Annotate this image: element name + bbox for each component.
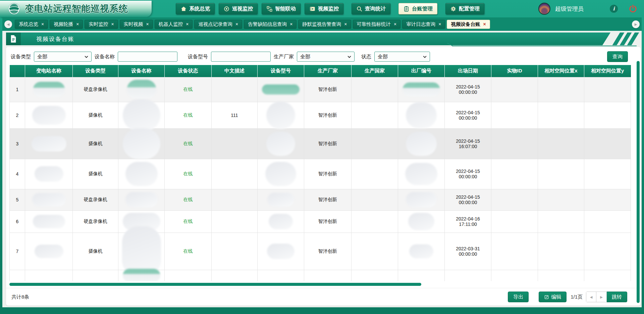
cell-rel-pos-x bbox=[538, 233, 584, 270]
cell-manufacturer: 智洋创新 bbox=[304, 159, 352, 189]
tab-close-icon[interactable]: × bbox=[41, 22, 44, 26]
cell-cn-desc bbox=[212, 270, 258, 281]
query-button-label: 查询 bbox=[612, 54, 623, 60]
chevron-down-icon bbox=[347, 56, 351, 58]
tab-close-icon[interactable]: × bbox=[146, 22, 149, 26]
cell-station-name bbox=[25, 210, 73, 233]
nav-video-monitor[interactable]: 视频监控 bbox=[305, 3, 343, 14]
top-header: 变电站远程智能巡视系统 系统总览巡视监控智能联动视频监控查询统计台账管理配置管理… bbox=[0, 0, 644, 17]
tabs-scroll-right-icon[interactable]: ▶ bbox=[632, 20, 640, 28]
nav-query-stats[interactable]: 查询统计 bbox=[352, 3, 390, 14]
vertical-scrollbar[interactable] bbox=[637, 61, 640, 303]
tab-close-icon[interactable]: × bbox=[483, 22, 486, 26]
device-table-viewport: 变电站名称设备类型设备名称设备状态中文描述设备型号生产厂家生产国家出厂编号出场日… bbox=[9, 65, 637, 281]
cell-rel-pos-y bbox=[584, 102, 631, 128]
redacted-blob bbox=[262, 84, 300, 95]
tab-close-icon[interactable]: × bbox=[111, 22, 114, 26]
device-type-label: 设备类型 bbox=[11, 54, 31, 60]
cell-physical-id bbox=[491, 159, 538, 189]
cell-physical-id bbox=[491, 233, 538, 270]
export-button[interactable]: 导出 bbox=[508, 292, 529, 302]
cell-serial-no bbox=[398, 102, 445, 128]
device-model-input[interactable] bbox=[211, 52, 271, 62]
cell-cn-desc bbox=[212, 159, 258, 189]
nav-config-mgmt[interactable]: 配置管理 bbox=[445, 3, 484, 14]
link-icon bbox=[266, 6, 273, 12]
tab-close-icon[interactable]: × bbox=[438, 22, 441, 26]
cell-manufacturer: 智洋创新 bbox=[304, 210, 352, 233]
nav-patrol-monitor[interactable]: 巡视监控 bbox=[219, 3, 258, 14]
next-page-icon[interactable]: ▶ bbox=[596, 292, 607, 302]
redacted-blob bbox=[35, 166, 63, 182]
page-indicator: 1/1页 bbox=[571, 294, 583, 300]
query-button[interactable]: 查询 bbox=[607, 51, 628, 62]
edit-button[interactable]: 编辑 bbox=[539, 292, 567, 302]
tab-close-icon[interactable]: × bbox=[235, 22, 238, 26]
nav-system-overview[interactable]: 系统总览 bbox=[176, 3, 215, 14]
horizontal-scrollbar[interactable] bbox=[9, 283, 421, 286]
edit-label: 编辑 bbox=[551, 294, 561, 300]
tab-video-carousel[interactable]: 视频轮播× bbox=[50, 20, 83, 29]
tab-close-icon[interactable]: × bbox=[186, 22, 189, 26]
jump-button[interactable]: 跳转 bbox=[607, 292, 627, 302]
tab-close-icon[interactable]: × bbox=[76, 22, 79, 26]
chevron-down-icon bbox=[423, 56, 427, 58]
redacted-blob bbox=[269, 214, 293, 229]
prev-page-icon[interactable]: ◀ bbox=[586, 292, 596, 302]
tab-label: 静默监视告警查询 bbox=[302, 21, 341, 27]
cell-physical-id bbox=[491, 102, 538, 128]
tab-close-icon[interactable]: × bbox=[290, 22, 292, 26]
cell-device-name bbox=[118, 270, 165, 281]
table-row[interactable]: 1硬盘录像机在线智洋创新2022-04-15 00:00:00 bbox=[10, 77, 631, 102]
tab-alarm-defect-query[interactable]: 告警缺陷信息查询× bbox=[244, 20, 297, 29]
tab-reliability-stats[interactable]: 可靠性指标统计× bbox=[353, 20, 401, 29]
nav-smart-linkage[interactable]: 智能联动 bbox=[262, 3, 301, 14]
tab-silent-alarm-query[interactable]: 静默监视告警查询× bbox=[298, 20, 351, 29]
redacted-blob bbox=[127, 80, 156, 99]
device-type-select[interactable]: 全部 bbox=[34, 52, 92, 62]
cell-serial-no bbox=[398, 233, 445, 270]
redacted-blob bbox=[266, 132, 295, 156]
status-value: 全部 bbox=[378, 54, 388, 60]
manufacturer-label: 生产厂家 bbox=[274, 54, 294, 60]
tab-robot-monitor[interactable]: 机器人监控× bbox=[155, 20, 193, 29]
cell-serial-no bbox=[398, 210, 445, 233]
cell-rel-pos-x bbox=[538, 210, 584, 233]
tab-realtime-monitor[interactable]: 实时监控× bbox=[85, 20, 118, 29]
edit-pencil-icon bbox=[544, 295, 549, 300]
cell-station-name bbox=[25, 128, 73, 159]
cell-device-type: 摄像机 bbox=[73, 128, 118, 159]
table-row[interactable]: 3摄像机在线智洋创新2022-04-15 16:07:00 bbox=[10, 128, 631, 159]
tab-video-device-ledger[interactable]: 视频设备台账× bbox=[447, 20, 490, 29]
gear-icon bbox=[450, 6, 457, 12]
tab-realtime-video[interactable]: 实时视频× bbox=[120, 20, 153, 29]
status-select[interactable]: 全部 bbox=[374, 52, 430, 62]
manufacturer-select[interactable]: 全部 bbox=[297, 52, 355, 62]
tab-close-icon[interactable]: × bbox=[394, 22, 396, 26]
tab-audit-log-query[interactable]: 审计日志查询× bbox=[402, 20, 445, 29]
tabs-scroll-left-icon[interactable]: ◀ bbox=[4, 20, 12, 28]
redacted-blob bbox=[406, 132, 437, 156]
cell-serial-no bbox=[398, 159, 445, 189]
info-icon[interactable]: i bbox=[610, 5, 618, 13]
tab-close-icon[interactable]: × bbox=[344, 22, 347, 26]
device-name-input[interactable] bbox=[118, 52, 177, 62]
tab-system-overview[interactable]: 系统总览× bbox=[15, 20, 48, 29]
logout-power-icon[interactable] bbox=[629, 4, 637, 13]
table-row[interactable]: 2摄像机在线111智洋创新2022-04-15 00:00:00 bbox=[10, 102, 631, 128]
table-row[interactable] bbox=[10, 270, 631, 281]
cell-device-model bbox=[258, 77, 304, 102]
table-row[interactable]: 7摄像机在线智洋创新2022-03-31 00:00:00 bbox=[10, 233, 631, 270]
cell-seq: 4 bbox=[10, 159, 25, 189]
nav-ledger-mgmt[interactable]: 台账管理 bbox=[398, 3, 437, 14]
nav-label: 配置管理 bbox=[459, 5, 480, 12]
table-row[interactable]: 5硬盘录像机在线智洋创新2022-04-15 00:00:00 bbox=[10, 189, 631, 210]
table-row[interactable]: 4摄像机在线智洋创新2022-04-15 00:00:00 bbox=[10, 159, 631, 189]
redacted-blob bbox=[33, 215, 65, 228]
tab-patrol-record-query[interactable]: 巡视点记录查询× bbox=[194, 20, 242, 29]
col-header-manufacturer: 生产厂家 bbox=[304, 65, 352, 77]
avatar[interactable] bbox=[538, 3, 550, 15]
cell-device-model bbox=[258, 210, 304, 233]
main-nav: 系统总览巡视监控智能联动视频监控查询统计台账管理配置管理 bbox=[176, 3, 484, 14]
table-row[interactable]: 6硬盘录像机在线智洋创新2022-04-16 17:11:00 bbox=[10, 210, 631, 233]
